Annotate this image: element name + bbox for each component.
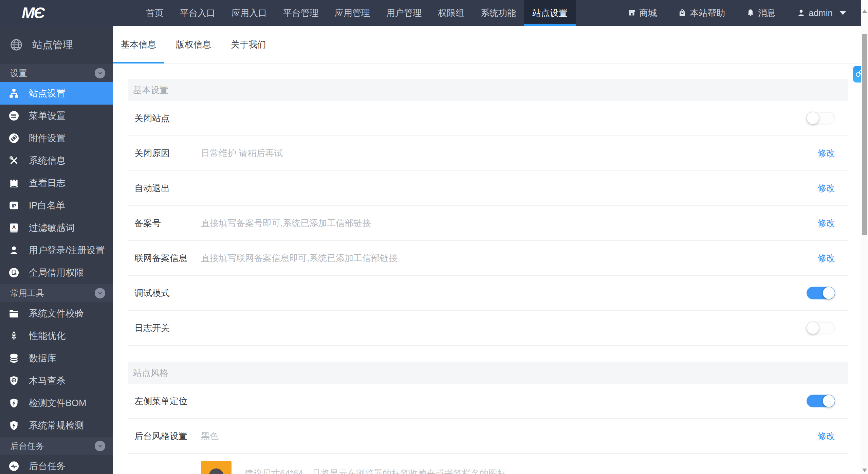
row-left-menu-fixed: 左侧菜单定位 xyxy=(128,384,848,419)
nav-app-entry[interactable]: 应用入口 xyxy=(223,0,275,26)
svg-text:A: A xyxy=(12,224,16,230)
database-icon xyxy=(8,352,20,364)
store-button[interactable]: 商城 xyxy=(627,7,657,19)
bell-icon xyxy=(746,8,755,17)
favicon-hint-text: 建议尺寸64*64，只将显示在浏览器的标签收藏夹或书签栏名的图标 xyxy=(245,468,506,474)
page-scrollbar[interactable] xyxy=(861,0,868,474)
chevron-down-icon[interactable] xyxy=(95,288,105,298)
row-icp-number: 备案号 直接填写备案号即可,系统已添加工信部链接 修改 xyxy=(128,206,848,241)
sidebar-item-trojan-scan[interactable]: 木马查杀 xyxy=(0,369,113,392)
modify-icp-number-link[interactable]: 修改 xyxy=(817,217,835,229)
tab-bar: 基本信息 版权信息 关于我们 xyxy=(113,26,861,63)
help-bag-icon xyxy=(678,8,687,17)
sidebar-title: 站点管理 xyxy=(32,38,73,52)
sidebar: 站点管理 设置 站点设置 菜单设置 附件设置 系统信息 查看日志 IP IP白名… xyxy=(0,26,113,474)
shield-bolt-icon xyxy=(8,397,20,409)
folder-icon xyxy=(8,308,20,319)
caret-down-icon xyxy=(840,11,846,15)
tab-about-us[interactable]: 关于我们 xyxy=(223,26,274,63)
globe-icon xyxy=(10,38,23,52)
network-record-placeholder: 直接填写联网备案信息即可,系统已添加工信部链接 xyxy=(201,252,398,264)
nav-platform-entry[interactable]: 平台入口 xyxy=(172,0,223,26)
nav-site-settings[interactable]: 站点设置 xyxy=(524,0,576,26)
sidebar-item-menu-settings[interactable]: 菜单设置 xyxy=(0,105,113,127)
sidebar-item-filter-words[interactable]: A 过滤敏感词 xyxy=(0,217,113,239)
dictionary-icon: A xyxy=(8,222,20,234)
rocket-icon xyxy=(8,330,20,342)
row-auto-logout: 自动退出 修改 xyxy=(128,171,848,206)
sidebar-item-system-info[interactable]: 系统信息 xyxy=(0,149,113,172)
section-header-site-style: 站点风格 xyxy=(128,362,848,384)
close-reason-value: 日常维护 请稍后再试 xyxy=(201,147,283,159)
scrollbar-thumb[interactable] xyxy=(862,34,867,235)
scrollbar-up-arrow-icon[interactable] xyxy=(862,10,867,13)
chevron-down-icon[interactable] xyxy=(95,441,105,451)
modify-auto-logout-link[interactable]: 修改 xyxy=(817,182,835,194)
modify-close-reason-link[interactable]: 修改 xyxy=(817,147,835,159)
sitemap-icon xyxy=(8,88,20,99)
sidebar-item-background-task[interactable]: 后台任务 xyxy=(0,455,113,474)
svg-text:IP: IP xyxy=(12,203,16,208)
sidebar-section-common-tools[interactable]: 常用工具 xyxy=(0,284,113,302)
site-help-button[interactable]: 本站帮助 xyxy=(678,7,725,19)
user-icon xyxy=(797,8,806,17)
nav-permission-group[interactable]: 权限组 xyxy=(430,0,473,26)
nav-home[interactable]: 首页 xyxy=(138,0,172,26)
sidebar-item-site-settings[interactable]: 站点设置 xyxy=(0,82,113,105)
sidebar-item-database[interactable]: 数据库 xyxy=(0,347,113,369)
username: admin xyxy=(809,8,833,18)
sidebar-item-bom-check[interactable]: 检测文件BOM xyxy=(0,392,113,414)
sidebar-item-ip-whitelist[interactable]: IP IP白名单 xyxy=(0,194,113,217)
document-gear-icon xyxy=(8,267,20,278)
chevron-down-icon[interactable] xyxy=(95,68,105,78)
scrollbar-down-arrow-icon[interactable] xyxy=(862,469,867,472)
ip-badge-icon: IP xyxy=(8,200,20,211)
person-icon xyxy=(8,244,20,256)
close-site-toggle[interactable] xyxy=(807,112,835,125)
sidebar-item-file-verify[interactable]: 系统文件校验 xyxy=(0,302,113,325)
row-close-reason: 关闭原因 日常维护 请稍后再试 修改 xyxy=(128,136,848,171)
section-header-basic: 基本设置 xyxy=(128,79,848,101)
store-icon xyxy=(627,8,636,17)
app-logo: MЄ xyxy=(0,0,113,26)
row-site-favicon: 建议尺寸64*64，只将显示在浏览器的标签收藏夹或书签栏名的图标 xyxy=(128,454,848,474)
main-content: 基本信息 版权信息 关于我们 基本设置 关闭站点 关闭原因 日常维护 请稍后再试… xyxy=(113,26,861,474)
sidebar-section-settings[interactable]: 设置 xyxy=(0,64,113,82)
tab-basic-info[interactable]: 基本信息 xyxy=(113,26,164,63)
nav-user-manage[interactable]: 用户管理 xyxy=(378,0,430,26)
shield-target-icon xyxy=(8,375,20,386)
debug-mode-toggle[interactable] xyxy=(807,287,835,299)
sidebar-item-routine-check[interactable]: 系统常规检测 xyxy=(0,414,113,437)
modify-network-record-link[interactable]: 修改 xyxy=(817,252,835,264)
admin-theme-value: 黑色 xyxy=(201,430,219,442)
sidebar-item-performance[interactable]: 性能优化 xyxy=(0,325,113,347)
row-debug-mode: 调试模式 xyxy=(128,276,848,311)
logbook-icon xyxy=(8,177,20,189)
menu-list-icon xyxy=(8,110,20,122)
sidebar-item-view-logs[interactable]: 查看日志 xyxy=(0,172,113,194)
top-nav: 首页 平台入口 应用入口 平台管理 应用管理 用户管理 权限组 系统功能 站点设… xyxy=(138,0,576,26)
left-menu-fixed-toggle[interactable] xyxy=(807,395,835,407)
tools-icon xyxy=(8,155,20,166)
row-network-record: 联网备案信息 直接填写联网备案信息即可,系统已添加工信部链接 修改 xyxy=(128,241,848,276)
user-menu[interactable]: admin xyxy=(797,8,846,18)
settings-card: 基本设置 关闭站点 关闭原因 日常维护 请稍后再试 修改 自动退出 修改 备案号… xyxy=(128,79,848,474)
top-bar: MЄ 首页 平台入口 应用入口 平台管理 应用管理 用户管理 权限组 系统功能 … xyxy=(0,0,861,26)
sidebar-item-attachment-settings[interactable]: 附件设置 xyxy=(0,127,113,149)
nav-platform-manage[interactable]: 平台管理 xyxy=(275,0,327,26)
sidebar-item-user-login-settings[interactable]: 用户登录/注册设置 xyxy=(0,239,113,261)
sidebar-section-background-tasks[interactable]: 后台任务 xyxy=(0,437,113,455)
top-bar-actions: 商城 本站帮助 消息 admin xyxy=(627,0,846,26)
log-switch-toggle[interactable] xyxy=(807,322,835,334)
shield-bolt-icon xyxy=(8,420,20,431)
sidebar-item-global-borrow-permission[interactable]: 全局借用权限 xyxy=(0,261,113,284)
tab-copyright-info[interactable]: 版权信息 xyxy=(168,26,219,63)
sidebar-header: 站点管理 xyxy=(0,26,113,64)
nav-app-manage[interactable]: 应用管理 xyxy=(327,0,378,26)
row-admin-theme: 后台风格设置 黑色 修改 xyxy=(128,419,848,454)
modify-admin-theme-link[interactable]: 修改 xyxy=(817,430,835,442)
messages-button[interactable]: 消息 xyxy=(746,7,776,19)
favicon-preview-image[interactable] xyxy=(201,461,232,474)
nav-system-function[interactable]: 系统功能 xyxy=(473,0,524,26)
row-close-site: 关闭站点 xyxy=(128,101,848,136)
